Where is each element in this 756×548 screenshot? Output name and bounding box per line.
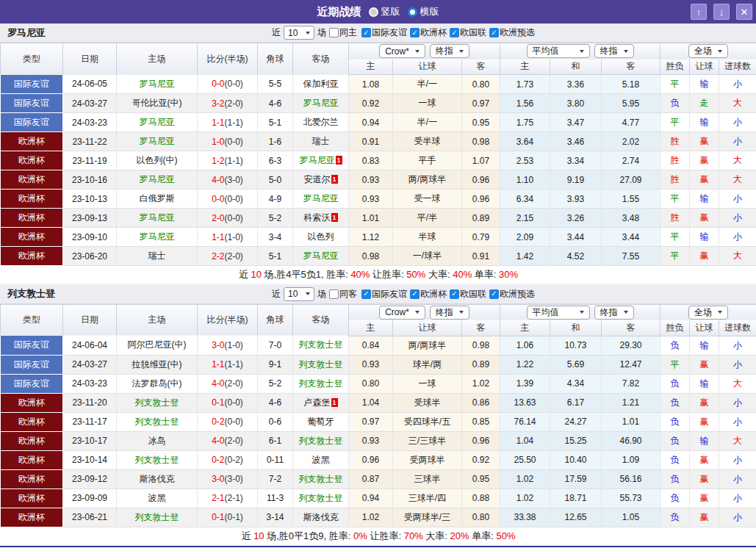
cell-handicap: 受两球半: [393, 450, 462, 469]
cell-avg-away: 12.47: [602, 355, 660, 374]
subheader-handicap-result: 让球: [690, 60, 719, 75]
cell-result-wdl: 胜: [660, 209, 690, 228]
cell-score: 3-0(1-0): [198, 336, 258, 355]
competition-filter[interactable]: ✓ 欧国联: [450, 288, 486, 300]
checkbox-checked-icon[interactable]: ✓: [489, 28, 499, 37]
recent-count-select[interactable]: 10: [284, 26, 314, 40]
cell-odds-away: 0.97: [462, 94, 500, 113]
cell-handicap: 两/两球半: [393, 170, 462, 190]
cell-corners: 0-11: [258, 450, 293, 469]
checkbox-checked-icon[interactable]: ✓: [450, 289, 459, 299]
cell-avg-draw: 3.26: [550, 209, 602, 228]
cell-avg-draw: 3.44: [550, 228, 602, 247]
same-venue-filter[interactable]: 同主: [329, 26, 357, 39]
average-select[interactable]: 平均值: [527, 44, 590, 58]
final-odds-select[interactable]: 终指: [430, 306, 469, 320]
radio-horizontal-layout[interactable]: 横版: [408, 5, 439, 18]
checkbox-checked-icon[interactable]: ✓: [450, 28, 459, 37]
header-corner: 角球: [258, 304, 293, 336]
bookmaker-select[interactable]: Crow*: [379, 306, 425, 320]
cell-odds-home: 0.93: [349, 431, 393, 450]
cell-result-goals: 小: [719, 508, 756, 527]
scope-select[interactable]: 全场: [688, 306, 728, 320]
subheader-avg-home: 主: [500, 320, 550, 336]
recent-count-select[interactable]: 10: [284, 287, 314, 301]
checkbox-unchecked-icon[interactable]: [329, 289, 339, 299]
same-venue-filter[interactable]: 同客: [329, 288, 357, 300]
cell-home-team: 以色列(中): [117, 151, 198, 170]
cell-result-wdl: 胜: [660, 170, 690, 190]
cell-result-wdl: 负: [660, 469, 690, 488]
cell-avg-home: 6.34: [500, 190, 550, 209]
close-button[interactable]: ✕: [736, 4, 752, 20]
summary-text: 大率:: [428, 269, 450, 280]
team-name: 列支敦士登: [0, 287, 55, 300]
bookmaker-select[interactable]: Crow*: [379, 44, 425, 58]
summary-text: 近: [239, 269, 248, 280]
competition-filter[interactable]: ✓ 欧国联: [450, 26, 486, 39]
cell-avg-draw: 10.73: [550, 336, 602, 355]
checkbox-checked-icon[interactable]: ✓: [410, 289, 420, 299]
competition-filter[interactable]: ✓ 国际友谊: [361, 26, 407, 39]
cell-away-team: 列支敦士登: [293, 336, 349, 355]
filter-bar: 近 10 场 同主 ✓ 国际友谊 ✓: [272, 26, 535, 40]
cell-result-wdl: 负: [660, 450, 690, 469]
competition-filter[interactable]: ✓ 国际友谊: [361, 288, 407, 300]
summary-text: 0%: [353, 530, 367, 541]
cell-home-team: 列支敦士登: [117, 450, 198, 469]
competition-filter[interactable]: ✓ 欧洲预选: [489, 26, 535, 39]
scope-select[interactable]: 全场: [688, 44, 728, 58]
cell-handicap: 受一球: [393, 190, 462, 209]
cell-result-goals: 小: [719, 190, 756, 209]
checkbox-unchecked-icon[interactable]: [329, 28, 339, 37]
titlebar: 近期战绩 竖版 横版 ↑ ↓ ✕: [0, 0, 756, 24]
summary-text: 让胜率:: [372, 269, 404, 280]
cell-date: 23-11-19: [63, 151, 117, 170]
cell-corners: 11-3: [258, 488, 293, 508]
competition-filter[interactable]: ✓ 欧洲杯: [410, 288, 447, 300]
cell-odds-home: 0.83: [349, 151, 393, 170]
cell-avg-away: 55.73: [602, 488, 660, 508]
final-odds-select-2[interactable]: 终指: [594, 306, 634, 320]
average-select[interactable]: 平均值: [527, 306, 590, 320]
radio-button-icon[interactable]: [369, 7, 378, 17]
competition-filter[interactable]: ✓ 欧洲杯: [410, 26, 447, 39]
cell-home-team: 斯洛伐克: [117, 469, 198, 488]
cell-competition: 国际友谊: [1, 336, 63, 355]
checkbox-checked-icon[interactable]: ✓: [361, 28, 371, 37]
cell-result-wdl: 负: [660, 94, 690, 113]
radio-button-icon[interactable]: [408, 7, 417, 17]
cell-handicap: 球半/两: [393, 355, 462, 374]
header-type: 类型: [1, 304, 63, 336]
cell-home-team: 罗马尼亚: [117, 132, 198, 151]
cell-score: 4-0(3-0): [198, 170, 258, 190]
competition-filter-label: 欧洲预选: [500, 26, 535, 39]
scroll-up-button[interactable]: ↑: [691, 4, 707, 20]
cell-odds-away: 0.80: [462, 75, 500, 94]
competition-filter[interactable]: ✓ 欧洲预选: [489, 288, 535, 300]
cell-competition: 国际友谊: [1, 374, 63, 393]
scroll-down-button[interactable]: ↓: [713, 4, 730, 20]
cell-competition: 欧洲杯: [1, 228, 63, 247]
checkbox-checked-icon[interactable]: ✓: [489, 289, 499, 299]
checkbox-checked-icon[interactable]: ✓: [410, 28, 420, 37]
near-label: 近: [272, 288, 281, 300]
cell-result-goals: 大: [719, 170, 756, 190]
subheader-goals: 进球数: [719, 60, 756, 75]
match-row: 国际友谊 24-03-23 罗马尼亚 1-1(1-1) 5-1 北爱尔兰 0.9…: [1, 113, 756, 132]
final-odds-select-2[interactable]: 终指: [594, 44, 634, 58]
final-odds-select[interactable]: 终指: [430, 44, 469, 58]
cell-odds-away: 0.98: [462, 336, 500, 355]
cell-handicap: 受球半: [393, 393, 462, 412]
cell-away-team: 罗马尼亚: [293, 190, 349, 209]
cell-odds-away: 0.85: [462, 412, 500, 431]
cell-result-wdl: 平: [660, 355, 690, 374]
radio-vertical-layout[interactable]: 竖版: [369, 5, 400, 18]
match-row: 国际友谊 24-06-04 阿尔巴尼亚(中) 3-0(1-0) 7-0 列支敦士…: [1, 336, 756, 355]
checkbox-checked-icon[interactable]: ✓: [361, 289, 371, 299]
cell-odds-home: 0.97: [349, 412, 393, 431]
cell-result-goals: 小: [719, 132, 756, 151]
cell-date: 23-09-10: [63, 228, 117, 247]
near-label: 近: [272, 26, 281, 39]
competition-filter-label: 欧洲预选: [500, 288, 535, 300]
